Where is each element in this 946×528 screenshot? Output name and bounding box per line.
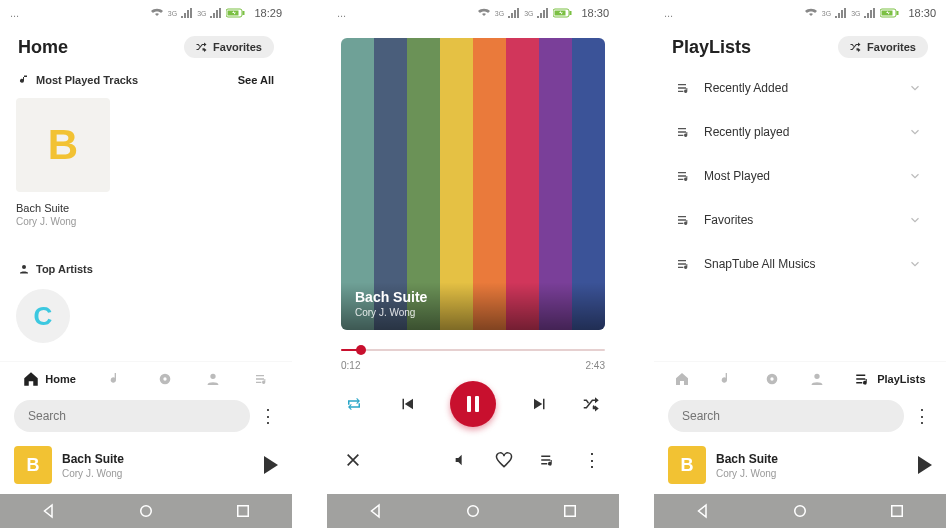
mini-player[interactable]: B Bach Suite Cory J. Wong bbox=[0, 438, 292, 494]
signal-icon-2 bbox=[864, 8, 876, 18]
search-input[interactable] bbox=[14, 400, 250, 432]
mini-artist: Cory J. Wong bbox=[62, 468, 254, 479]
close-icon[interactable] bbox=[345, 452, 361, 468]
nav-artists[interactable] bbox=[809, 371, 825, 387]
home-icon bbox=[22, 370, 40, 388]
favorites-chip[interactable]: Favorites bbox=[184, 36, 274, 58]
playlist-item[interactable]: Recently played bbox=[654, 110, 946, 154]
nav-albums[interactable] bbox=[764, 371, 780, 387]
elapsed-time: 0:12 bbox=[341, 360, 360, 371]
net-label-2: 3G bbox=[524, 10, 533, 17]
nav-music[interactable] bbox=[719, 371, 735, 387]
time: 18:29 bbox=[254, 7, 282, 19]
previous-icon[interactable] bbox=[398, 395, 416, 413]
playlist-item[interactable]: Recently Added bbox=[654, 66, 946, 110]
next-icon[interactable] bbox=[531, 395, 549, 413]
nav-playlists[interactable] bbox=[254, 371, 270, 387]
home-icon bbox=[674, 371, 690, 387]
playlist-item[interactable]: Most Played bbox=[654, 154, 946, 198]
overflow-icon[interactable]: ⋮ bbox=[258, 405, 278, 427]
track-artist: Cory J. Wong bbox=[16, 216, 112, 227]
recent-icon[interactable] bbox=[561, 502, 579, 520]
shuffle-icon bbox=[850, 41, 862, 53]
signal-icon bbox=[508, 8, 520, 18]
music-note-icon bbox=[719, 371, 735, 387]
svg-rect-11 bbox=[565, 506, 576, 517]
nav-music[interactable] bbox=[108, 371, 124, 387]
person-icon bbox=[809, 371, 825, 387]
overflow-icon[interactable]: ⋮ bbox=[912, 405, 932, 427]
shuffle-icon[interactable] bbox=[583, 395, 601, 413]
svg-rect-2 bbox=[243, 11, 245, 15]
favorites-chip-label: Favorites bbox=[213, 41, 262, 53]
secondary-controls: ⋮ bbox=[327, 427, 619, 481]
wifi-icon bbox=[804, 8, 818, 18]
seek-thumb[interactable] bbox=[356, 345, 366, 355]
wifi-icon bbox=[477, 8, 491, 18]
favorites-chip[interactable]: Favorites bbox=[838, 36, 928, 58]
music-note-icon bbox=[18, 74, 30, 86]
section-label: Most Played Tracks bbox=[36, 74, 138, 86]
system-nav bbox=[327, 494, 619, 528]
net-label: 3G bbox=[495, 10, 504, 17]
mini-artist: Cory J. Wong bbox=[716, 468, 908, 479]
playlist-icon bbox=[676, 168, 692, 184]
recent-icon[interactable] bbox=[888, 502, 906, 520]
mini-thumb: B bbox=[14, 446, 52, 484]
play-icon[interactable] bbox=[918, 456, 932, 474]
battery-icon bbox=[880, 8, 900, 18]
back-icon[interactable] bbox=[367, 502, 385, 520]
overflow-icon[interactable]: ⋮ bbox=[583, 449, 601, 471]
back-icon[interactable] bbox=[694, 502, 712, 520]
back-icon[interactable] bbox=[40, 502, 58, 520]
artist-bubble[interactable]: C bbox=[16, 289, 70, 343]
volume-icon[interactable] bbox=[453, 452, 469, 468]
home-header: Home Favorites bbox=[0, 26, 292, 66]
nav-playlists[interactable]: PlayLists bbox=[854, 370, 925, 388]
playlist-icon bbox=[676, 124, 692, 140]
mini-player[interactable]: B Bach Suite Cory J. Wong bbox=[654, 438, 946, 494]
battery-icon bbox=[226, 8, 246, 18]
playlist-item[interactable]: Favorites bbox=[654, 198, 946, 242]
nav-albums[interactable] bbox=[157, 371, 173, 387]
svg-rect-9 bbox=[570, 11, 572, 15]
search-row: ⋮ bbox=[654, 394, 946, 438]
repeat-icon[interactable] bbox=[345, 395, 363, 413]
pause-button[interactable] bbox=[450, 381, 496, 427]
svg-point-5 bbox=[141, 506, 152, 517]
playlist-item[interactable]: SnapTube All Musics bbox=[654, 242, 946, 286]
home-sys-icon[interactable] bbox=[464, 502, 482, 520]
track-card[interactable]: B Bach Suite Cory J. Wong bbox=[16, 98, 112, 227]
signal-icon-2 bbox=[537, 8, 549, 18]
playlist-icon bbox=[854, 370, 872, 388]
home-sys-icon[interactable] bbox=[137, 502, 155, 520]
track-title: Bach Suite bbox=[16, 202, 112, 214]
seek-bar[interactable] bbox=[341, 346, 605, 354]
wifi-icon bbox=[150, 8, 164, 18]
status-right: 3G 3G 18:30 bbox=[804, 7, 936, 19]
playback-controls bbox=[327, 371, 619, 427]
playlist-item-label: SnapTube All Musics bbox=[704, 257, 816, 271]
nav-home[interactable]: Home bbox=[22, 370, 76, 388]
svg-point-4 bbox=[163, 377, 166, 380]
play-icon[interactable] bbox=[264, 456, 278, 474]
music-note-icon bbox=[108, 371, 124, 387]
net-label: 3G bbox=[822, 10, 831, 17]
playlist-item-label: Recently played bbox=[704, 125, 789, 139]
status-dots: ... bbox=[10, 7, 19, 19]
nav-artists[interactable] bbox=[205, 371, 221, 387]
recent-icon[interactable] bbox=[234, 502, 252, 520]
net-label-2: 3G bbox=[197, 10, 206, 17]
search-input[interactable] bbox=[668, 400, 904, 432]
album-overlay: Bach Suite Cory J. Wong bbox=[341, 277, 605, 330]
chevron-down-icon bbox=[908, 81, 922, 95]
nav-home[interactable] bbox=[674, 371, 690, 387]
heart-icon[interactable] bbox=[495, 451, 513, 469]
queue-icon[interactable] bbox=[539, 451, 557, 469]
disc-icon bbox=[157, 371, 173, 387]
net-label: 3G bbox=[168, 10, 177, 17]
see-all-link[interactable]: See All bbox=[238, 74, 274, 86]
home-sys-icon[interactable] bbox=[791, 502, 809, 520]
playlists-screen: ... 3G 3G 18:30 PlayLists Favorites Rece… bbox=[654, 0, 946, 528]
playlist-icon bbox=[676, 212, 692, 228]
